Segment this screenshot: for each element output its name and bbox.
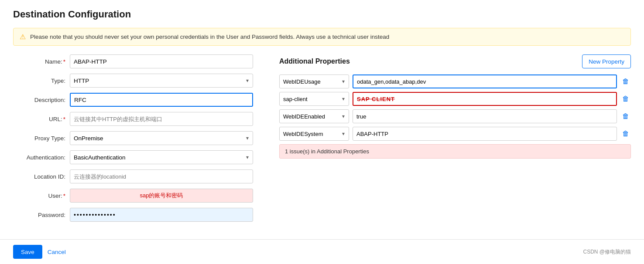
type-select-wrapper: HTTP RFC LDAP ▾ — [70, 74, 253, 88]
proxy-type-select-wrapper: OnPremise Internet PrivateLink ▾ — [70, 131, 253, 145]
authentication-select[interactable]: BasicAuthentication NoAuthentication OAu… — [70, 150, 253, 164]
footer-left: Save Cancel — [13, 245, 66, 259]
footer: Save Cancel CSDN @修电脑的猫 — [0, 239, 644, 264]
save-button[interactable]: Save — [13, 245, 42, 259]
prop-key-select-1[interactable]: sap-client — [279, 92, 349, 106]
new-property-button[interactable]: New Property — [582, 54, 631, 68]
proxy-type-row: Proxy Type: OnPremise Internet PrivateLi… — [13, 131, 253, 145]
authentication-label: Authentication: — [13, 154, 70, 161]
name-required-star: * — [63, 58, 65, 65]
prop-key-select-3[interactable]: WebIDESystem — [279, 127, 349, 141]
type-label: Type: — [13, 78, 70, 84]
prop-value-input-2[interactable] — [353, 109, 617, 123]
description-input[interactable] — [70, 93, 253, 107]
delete-icon-1[interactable]: 🗑 — [620, 95, 631, 103]
cancel-button[interactable]: Cancel — [48, 249, 66, 255]
password-label: Password: — [13, 212, 70, 218]
additional-props-title: Additional Properties — [279, 58, 350, 65]
user-required-star: * — [63, 193, 65, 199]
user-input-wrapper: sap的账号和密码 — [70, 189, 253, 203]
url-label: URL:* — [13, 116, 70, 122]
right-form: Additional Properties New Property WebID… — [279, 54, 631, 227]
proxy-type-select[interactable]: OnPremise Internet PrivateLink — [70, 131, 253, 145]
property-row-3: WebIDESystem ▾ 🗑 — [279, 127, 631, 141]
prop-key-select-2[interactable]: WebIDEEnabled — [279, 109, 349, 123]
form-section: Name:* Type: HTTP RFC LDAP ▾ — [13, 54, 631, 227]
type-row: Type: HTTP RFC LDAP ▾ — [13, 74, 253, 88]
authentication-select-wrapper: BasicAuthentication NoAuthentication OAu… — [70, 150, 253, 164]
page-title: Destination Configuration — [13, 9, 631, 20]
warning-text: Please note that you should never set yo… — [30, 34, 389, 40]
prop-key-wrapper-2: WebIDEEnabled ▾ — [279, 109, 349, 123]
authentication-row: Authentication: BasicAuthentication NoAu… — [13, 150, 253, 164]
page-wrapper: Destination Configuration ⚠ Please note … — [0, 0, 644, 264]
prop-value-input-1[interactable] — [353, 92, 617, 106]
url-required-star: * — [63, 116, 65, 122]
main-content: Destination Configuration ⚠ Please note … — [0, 0, 644, 239]
prop-value-input-3[interactable] — [353, 127, 617, 141]
delete-icon-2[interactable]: 🗑 — [620, 112, 631, 120]
url-row: URL:* — [13, 112, 253, 126]
issue-text: 1 issue(s) in Additional Properties — [285, 148, 369, 155]
type-select[interactable]: HTTP RFC LDAP — [70, 74, 253, 88]
issue-banner: 1 issue(s) in Additional Properties — [279, 144, 631, 159]
password-input[interactable] — [70, 208, 253, 222]
prop-key-wrapper-3: WebIDESystem ▾ — [279, 127, 349, 141]
property-row-1: sap-client ▾ 🗑 — [279, 92, 631, 106]
property-row-0: WebIDEUsage ▾ 🗑 — [279, 74, 631, 88]
proxy-type-label: Proxy Type: — [13, 135, 70, 142]
prop-key-wrapper-1: sap-client ▾ — [279, 92, 349, 106]
prop-value-input-0[interactable] — [353, 74, 617, 88]
url-input[interactable] — [70, 112, 253, 126]
user-label: User:* — [13, 193, 70, 199]
user-row: User:* sap的账号和密码 — [13, 189, 253, 203]
password-row: Password: — [13, 208, 253, 222]
delete-icon-3[interactable]: 🗑 — [620, 130, 631, 138]
additional-props-header: Additional Properties New Property — [279, 54, 631, 68]
property-row-2: WebIDEEnabled ▾ 🗑 — [279, 109, 631, 123]
prop-key-select-0[interactable]: WebIDEUsage — [279, 74, 349, 88]
warning-icon: ⚠ — [20, 33, 26, 41]
description-label: Description: — [13, 97, 70, 103]
user-input[interactable] — [70, 189, 253, 203]
name-row: Name:* — [13, 54, 253, 68]
location-id-input[interactable] — [70, 169, 253, 183]
location-id-label: Location ID: — [13, 173, 70, 180]
footer-attribution: CSDN @修电脑的猫 — [583, 248, 631, 256]
description-row: Description: — [13, 93, 253, 107]
prop-key-wrapper-0: WebIDEUsage ▾ — [279, 74, 349, 88]
left-form: Name:* Type: HTTP RFC LDAP ▾ — [13, 54, 253, 227]
warning-banner: ⚠ Please note that you should never set … — [13, 28, 631, 46]
location-id-row: Location ID: — [13, 169, 253, 183]
name-input[interactable] — [70, 54, 253, 68]
delete-icon-0[interactable]: 🗑 — [620, 78, 631, 85]
name-label: Name:* — [13, 58, 70, 65]
